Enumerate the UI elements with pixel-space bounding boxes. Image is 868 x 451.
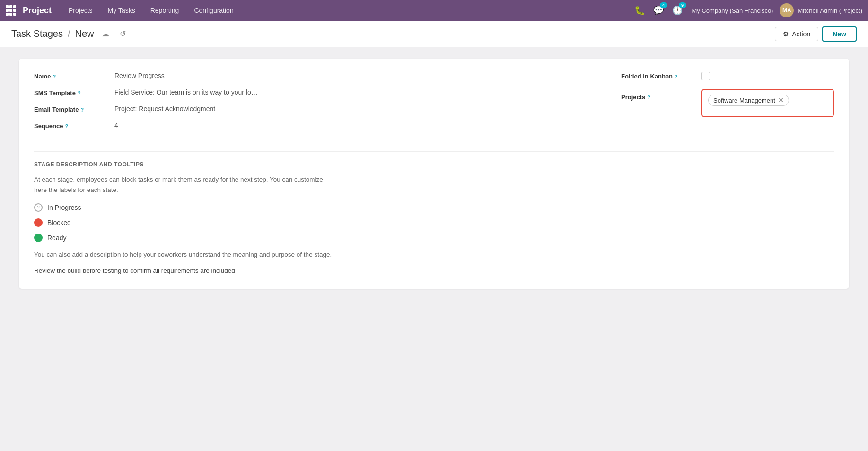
col-right: Folded in Kanban ? Projects ? Software M…	[621, 72, 834, 138]
ready-icon	[34, 234, 43, 242]
new-button[interactable]: New	[822, 26, 857, 42]
name-row: Name ? Review Progress	[34, 72, 621, 80]
sms-help-icon[interactable]: ?	[78, 90, 81, 96]
nav-icons-group: 🐛 💬 4 🕐 9	[631, 3, 685, 17]
save-cloud-icon[interactable]: ☁	[99, 27, 112, 40]
state-blocked-label[interactable]: Blocked	[47, 219, 71, 226]
project-tag[interactable]: Software Management ✕	[708, 95, 789, 106]
folded-label: Folded in Kanban ?	[621, 72, 701, 80]
sequence-value[interactable]: 4	[114, 121, 621, 129]
breadcrumb-current: New	[75, 28, 94, 39]
folded-checkbox[interactable]	[701, 72, 710, 80]
action-button[interactable]: ⚙ Action	[775, 27, 818, 41]
projects-row: Projects ? Software Management ✕	[621, 89, 834, 117]
nav-my-tasks[interactable]: My Tasks	[101, 0, 142, 21]
projects-field[interactable]: Software Management ✕	[701, 89, 834, 117]
activity-badge: 9	[679, 2, 686, 8]
project-tag-remove[interactable]: ✕	[778, 96, 784, 104]
project-tag-label: Software Management	[713, 97, 775, 104]
form-two-col: Name ? Review Progress SMS Template ? Fi…	[34, 72, 834, 138]
name-value[interactable]: Review Progress	[114, 72, 621, 79]
user-name: Mitchell Admin (Project)	[798, 7, 862, 14]
main-content: Name ? Review Progress SMS Template ? Fi…	[0, 47, 868, 451]
projects-help-icon[interactable]: ?	[647, 95, 650, 100]
breadcrumb-left: Task Stages / New ☁ ↺	[11, 27, 129, 40]
form-card: Name ? Review Progress SMS Template ? Fi…	[19, 59, 849, 289]
col-left: Name ? Review Progress SMS Template ? Fi…	[34, 72, 621, 138]
email-value[interactable]: Project: Request Acknowledgment	[114, 105, 621, 113]
breadcrumb-parent[interactable]: Task Stages	[11, 28, 63, 39]
gear-icon: ⚙	[783, 30, 789, 38]
state-blocked-row: Blocked	[34, 218, 834, 227]
name-label: Name ?	[34, 72, 114, 80]
blocked-icon	[34, 218, 43, 227]
section-description: At each stage, employees can block tasks…	[34, 174, 337, 195]
state-in-progress-label[interactable]: In Progress	[47, 204, 81, 211]
discard-icon[interactable]: ↺	[117, 27, 129, 40]
sms-label: SMS Template ?	[34, 88, 114, 96]
nav-reporting[interactable]: Reporting	[144, 0, 186, 21]
nav-projects[interactable]: Projects	[62, 0, 99, 21]
breadcrumb-actions: ⚙ Action New	[775, 26, 857, 42]
sms-template-row: SMS Template ? Field Service: Our team i…	[34, 88, 621, 96]
app-title[interactable]: Project	[23, 6, 52, 16]
nav-configuration[interactable]: Configuration	[187, 0, 240, 21]
state-ready-row: Ready	[34, 234, 834, 242]
avatar: MA	[780, 3, 794, 17]
breadcrumb-bar: Task Stages / New ☁ ↺ ⚙ Action New	[0, 21, 868, 47]
top-navigation: Project Projects My Tasks Reporting Conf…	[0, 0, 868, 21]
messages-badge: 4	[660, 2, 667, 8]
user-menu[interactable]: MA Mitchell Admin (Project)	[780, 3, 862, 17]
sequence-row: Sequence ? 4	[34, 121, 621, 130]
sequence-help-icon[interactable]: ?	[65, 123, 68, 129]
action-button-label: Action	[792, 30, 810, 38]
messages-icon-btn[interactable]: 💬 4	[650, 3, 666, 17]
projects-label: Projects ?	[621, 89, 701, 101]
email-label: Email Template ?	[34, 105, 114, 113]
company-name[interactable]: My Company (San Francisco)	[692, 7, 773, 14]
state-ready-label[interactable]: Ready	[47, 234, 66, 242]
email-help-icon[interactable]: ?	[80, 107, 84, 113]
sms-value[interactable]: Field Service: Our team is on its way to…	[114, 88, 621, 96]
in-progress-icon: ?	[34, 203, 43, 212]
email-template-row: Email Template ? Project: Request Acknow…	[34, 105, 621, 113]
state-in-progress-row: ? In Progress	[34, 203, 834, 212]
name-help-icon[interactable]: ?	[53, 74, 56, 79]
sequence-label: Sequence ?	[34, 121, 114, 130]
bug-icon-btn[interactable]: 🐛	[631, 3, 648, 17]
stage-description-text[interactable]: Review the build before testing to confi…	[34, 266, 337, 276]
breadcrumb-separator: /	[68, 28, 70, 39]
section-header: STAGE DESCRIPTION AND TOOLTIPS	[34, 151, 834, 168]
activity-icon-btn[interactable]: 🕐 9	[669, 3, 685, 17]
app-grid-icon[interactable]	[6, 5, 16, 16]
folded-row: Folded in Kanban ?	[621, 72, 834, 80]
section-description2: You can also add a description to help y…	[34, 250, 337, 260]
folded-help-icon[interactable]: ?	[675, 74, 678, 79]
